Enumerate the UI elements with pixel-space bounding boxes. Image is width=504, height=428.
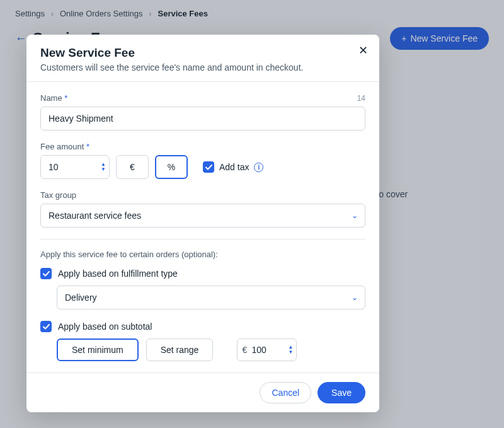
fulfillment-select[interactable]: [57, 286, 365, 309]
apply-fulfillment-checkbox[interactable]: [40, 268, 52, 279]
tax-group-field: Tax group ⌄: [40, 190, 365, 228]
currency-toggle[interactable]: €: [116, 155, 149, 179]
stepper-icon[interactable]: ▲▼: [288, 345, 293, 355]
set-minimum-button[interactable]: Set minimum: [57, 338, 139, 361]
apply-section-label: Apply this service fee to certain orders…: [40, 250, 365, 259]
set-range-button[interactable]: Set range: [146, 338, 214, 361]
modal-subtitle: Customers will see the service fee's nam…: [40, 62, 365, 72]
add-tax-checkbox[interactable]: [203, 161, 214, 173]
percent-toggle[interactable]: %: [155, 155, 188, 179]
name-field: Name 14: [40, 93, 365, 130]
stepper-icon[interactable]: ▲▼: [101, 162, 106, 172]
modal-title: New Service Fee: [40, 46, 365, 60]
cancel-button[interactable]: Cancel: [260, 382, 311, 403]
new-service-fee-modal: New Service Fee Customers will see the s…: [26, 35, 379, 412]
fee-amount-field: Fee amount ▲▼ € % Add tax i: [40, 142, 365, 179]
name-label: Name: [40, 93, 67, 103]
fee-amount-input[interactable]: [40, 155, 110, 179]
currency-prefix: €: [242, 345, 247, 355]
subtotal-controls: Set minimum Set range € ▲▼: [57, 338, 365, 361]
save-button[interactable]: Save: [318, 382, 365, 403]
close-icon[interactable]: ✕: [358, 45, 368, 56]
tax-group-label: Tax group: [40, 190, 76, 200]
apply-subtotal-checkbox[interactable]: [40, 321, 52, 332]
name-input[interactable]: [40, 107, 365, 130]
fulfillment-select-field: ⌄: [57, 286, 365, 309]
divider: [40, 239, 365, 240]
name-char-count: 14: [357, 94, 365, 103]
apply-subtotal-label: Apply based on subtotal: [58, 321, 152, 332]
apply-subtotal-row: Apply based on subtotal: [40, 321, 365, 332]
modal-footer: Cancel Save: [26, 373, 379, 412]
fee-amount-label: Fee amount: [40, 142, 89, 151]
apply-fulfillment-label: Apply based on fulfillment type: [58, 269, 178, 279]
tax-group-select[interactable]: [40, 204, 365, 228]
modal-header: New Service Fee Customers will see the s…: [26, 35, 379, 82]
modal-body: Name 14 Fee amount ▲▼ € %: [26, 82, 379, 373]
apply-fulfillment-row: Apply based on fulfillment type: [40, 268, 365, 279]
info-icon[interactable]: i: [254, 163, 263, 172]
add-tax-label: Add tax: [219, 162, 249, 172]
